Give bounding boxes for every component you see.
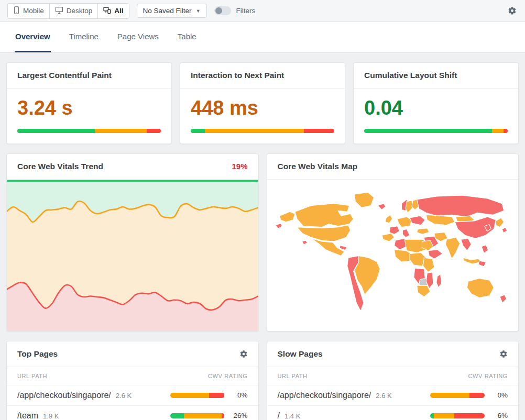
trend-card: Core Web Vitals Trend 19% — [6, 153, 259, 331]
metric-cards-row: Largest Contentful Paint 3.24 s Interact… — [6, 62, 519, 144]
device-button-label: Desktop — [67, 7, 93, 15]
device-filter-group: Mobile Desktop All — [7, 3, 129, 19]
table-row[interactable]: / 1.4 K 6% — [267, 406, 519, 420]
card-title: Core Web Vitals Trend — [17, 162, 103, 171]
tab-label: Overview — [15, 32, 50, 41]
saved-filter-dropdown[interactable]: No Saved Filter ▼ — [137, 4, 207, 18]
trend-percentage-badge: 19% — [232, 162, 247, 171]
cwv-rating-bar — [430, 413, 485, 418]
card-title: Core Web Vitals Map — [267, 154, 519, 180]
table-row[interactable]: /team 1.9 K 26% — [7, 406, 258, 420]
dashboard-content: Largest Contentful Paint 3.24 s Interact… — [0, 53, 525, 420]
tab-timeline[interactable]: Timeline — [69, 22, 99, 52]
page-view-count: 1.4 K — [285, 412, 300, 420]
column-url-path: URL PATH — [278, 373, 308, 379]
cwv-rating-bar — [170, 393, 225, 398]
table-header: URL PATH CWV RATING — [7, 367, 258, 385]
toggle-knob — [215, 7, 222, 14]
desktop-monitor-icon — [55, 6, 63, 16]
settings-icon[interactable] — [508, 6, 517, 17]
charts-row: Core Web Vitals Trend 19% Core Web Vital… — [6, 153, 519, 331]
tables-row: Top Pages URL PATH CWV RATING /app/check… — [6, 341, 519, 420]
tab-overview[interactable]: Overview — [15, 22, 51, 52]
metric-card-cls: Cumulative Layout Shift 0.04 — [353, 62, 519, 144]
metric-body: 3.24 s — [7, 89, 171, 143]
settings-icon[interactable] — [239, 350, 248, 358]
url-path[interactable]: / — [278, 411, 280, 420]
chevron-down-icon: ▼ — [196, 8, 201, 14]
cwv-rating-percent: 6% — [490, 412, 508, 419]
filters-toggle[interactable] — [214, 6, 231, 15]
cwv-rating-percent: 0% — [490, 391, 508, 399]
tab-label: Page Views — [117, 32, 159, 41]
cwv-distribution-bar — [191, 129, 334, 133]
saved-filter-label: No Saved Filter — [143, 7, 192, 15]
card-title: Top Pages — [17, 349, 58, 359]
device-button-label: All — [114, 7, 123, 15]
tab-label: Table — [178, 32, 196, 41]
card-title: Largest Contentful Paint — [7, 63, 171, 89]
url-path[interactable]: /team — [17, 411, 38, 420]
tab-bar: Overview Timeline Page Views Table — [0, 22, 525, 53]
metric-body: 0.04 — [354, 89, 518, 143]
metric-card-inp: Interaction to Next Paint 448 ms — [180, 62, 345, 144]
tab-label: Timeline — [69, 32, 99, 41]
toolbar: Mobile Desktop All No Saved Filter ▼ Fil… — [0, 0, 525, 22]
settings-icon[interactable] — [499, 350, 508, 358]
device-button-desktop[interactable]: Desktop — [50, 4, 99, 18]
cwv-rating-bar — [430, 393, 485, 398]
tab-table[interactable]: Table — [177, 22, 197, 52]
card-title: Cumulative Layout Shift — [354, 63, 518, 89]
metric-value: 448 ms — [191, 97, 334, 120]
column-cwv-rating: CWV RATING — [468, 373, 508, 379]
device-button-mobile[interactable]: Mobile — [8, 4, 50, 18]
table-row[interactable]: /app/checkout/singapore/ 2.6 K 0% — [267, 385, 519, 406]
all-devices-icon — [103, 6, 111, 16]
cwv-world-map[interactable] — [267, 180, 519, 331]
cwv-rating-percent: 0% — [230, 391, 248, 399]
metric-card-lcp: Largest Contentful Paint 3.24 s — [6, 62, 172, 144]
filters-toggle-group: Filters — [214, 6, 256, 15]
metric-value: 3.24 s — [17, 97, 161, 120]
slow-pages-card: Slow Pages URL PATH CWV RATING /app/chec… — [267, 341, 519, 420]
filters-label: Filters — [236, 7, 256, 15]
column-cwv-rating: CWV RATING — [208, 373, 247, 379]
cwv-distribution-bar — [17, 129, 161, 133]
cwv-rating-bar — [170, 413, 225, 418]
device-button-all[interactable]: All — [98, 4, 128, 18]
top-pages-card: Top Pages URL PATH CWV RATING /app/check… — [6, 341, 259, 420]
map-card: Core Web Vitals Map — [267, 153, 519, 331]
cwv-trend-chart — [7, 180, 258, 331]
page-view-count: 1.9 K — [43, 412, 59, 420]
metric-body: 448 ms — [180, 89, 345, 143]
metric-value: 0.04 — [364, 97, 508, 120]
cwv-rating-percent: 26% — [230, 412, 248, 419]
mobile-phone-icon — [13, 6, 20, 16]
page-view-count: 2.6 K — [376, 392, 391, 400]
table-row[interactable]: /app/checkout/singapore/ 2.6 K 0% — [7, 385, 258, 406]
tab-page-views[interactable]: Page Views — [117, 22, 159, 52]
table-header: URL PATH CWV RATING — [267, 367, 519, 385]
trend-card-header: Core Web Vitals Trend 19% — [7, 154, 258, 180]
card-title: Interaction to Next Paint — [180, 63, 345, 89]
device-button-label: Mobile — [23, 7, 44, 15]
cwv-distribution-bar — [364, 129, 508, 133]
url-path[interactable]: /app/checkout/singapore/ — [17, 391, 111, 400]
url-path[interactable]: /app/checkout/singapore/ — [278, 391, 371, 400]
column-url-path: URL PATH — [17, 373, 47, 379]
page-view-count: 2.6 K — [116, 392, 132, 400]
world-map-svg — [272, 183, 513, 324]
card-title: Slow Pages — [278, 349, 323, 359]
